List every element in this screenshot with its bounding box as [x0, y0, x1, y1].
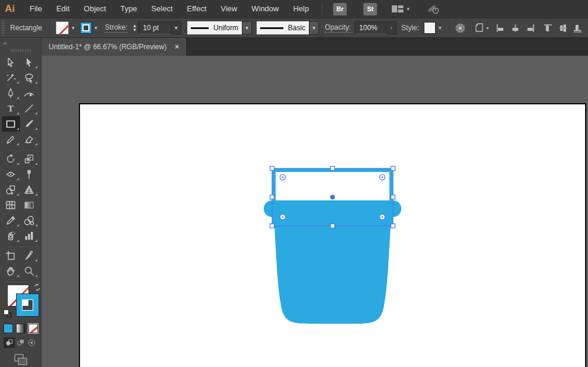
chevron-down-icon[interactable]: ▾ [69, 23, 78, 33]
tool-shaper-pencil[interactable] [2, 132, 20, 147]
app-logo: Ai [5, 3, 23, 15]
document-tab[interactable]: Untitled-1* @ 66.67% (RGB/Preview) × [41, 38, 187, 56]
bucket-artwork[interactable] [41, 56, 588, 367]
close-icon[interactable]: × [175, 43, 179, 51]
tool-magic-wand[interactable] [2, 70, 20, 85]
tool-eyedropper[interactable] [2, 213, 20, 228]
opacity-panel-link[interactable]: Opacity: [325, 23, 351, 33]
menu-window[interactable]: Window [244, 0, 286, 18]
divider [470, 21, 471, 35]
tool-puppet-warp[interactable] [20, 167, 39, 182]
default-fill-stroke-icon[interactable] [4, 309, 12, 318]
stroke-weight-field[interactable]: 10 pt [138, 21, 171, 34]
align-right-icon[interactable] [526, 24, 535, 33]
none-button[interactable] [28, 324, 38, 333]
handle-bottom-center [331, 224, 335, 228]
handle-top-right [391, 167, 395, 171]
tool-slice[interactable] [20, 248, 39, 263]
stroke-weight-dropdown[interactable]: ▾ [171, 21, 181, 34]
menu-view[interactable]: View [213, 0, 244, 18]
menu-help[interactable]: Help [286, 0, 316, 18]
opacity-field[interactable]: 100% [354, 21, 386, 34]
menu-file[interactable]: File [23, 0, 49, 18]
draw-behind-button[interactable] [15, 337, 26, 348]
gradient-button[interactable] [16, 324, 25, 333]
tool-type[interactable]: T [2, 101, 20, 116]
chevron-down-icon[interactable]: ▾ [242, 21, 252, 34]
tool-rectangle[interactable] [2, 116, 20, 132]
align-top-icon[interactable] [544, 24, 552, 33]
tool-shape-builder[interactable] [2, 182, 20, 197]
draw-normal-button[interactable] [4, 337, 15, 348]
canvas-area[interactable] [41, 56, 588, 367]
menu-effect[interactable]: Effect [180, 0, 213, 18]
tool-column-graph[interactable] [20, 228, 39, 244]
collapse-panel-icon[interactable]: « [0, 39, 41, 48]
gpu-performance-icon[interactable] [426, 4, 439, 14]
chevron-down-icon[interactable]: ▾ [92, 23, 101, 33]
tool-hand[interactable] [2, 263, 20, 279]
tool-rotate[interactable] [2, 151, 20, 167]
color-button[interactable] [4, 324, 13, 333]
handle-bottom-right [391, 224, 395, 228]
stroke-panel-link[interactable]: Stroke: [105, 23, 127, 33]
tools-panel: « T [0, 38, 41, 367]
tool-line-segment[interactable] [20, 101, 39, 116]
swap-fill-stroke-icon[interactable] [33, 283, 41, 292]
stock-button[interactable]: St [363, 3, 377, 15]
panel-grip[interactable] [2, 20, 5, 36]
opacity-dropdown[interactable]: › [386, 21, 397, 34]
align-to-selection-icon[interactable]: ▾ [475, 23, 489, 33]
stroke-weight-stepper[interactable]: ▲▼ [132, 24, 137, 32]
menu-object[interactable]: Object [76, 0, 113, 18]
divider [322, 4, 322, 14]
align-middle-icon[interactable] [558, 24, 567, 33]
document-title: Untitled-1* @ 66.67% (RGB/Preview) [49, 43, 167, 51]
recolor-artwork-icon[interactable] [455, 23, 466, 34]
align-left-icon[interactable] [496, 24, 505, 33]
tool-artboard[interactable] [2, 248, 20, 263]
tool-curvature[interactable] [20, 85, 39, 101]
menu-bar: Ai File Edit Object Type Select Effect V… [0, 0, 588, 18]
style-swatch-preview [424, 22, 436, 34]
tool-lasso[interactable] [20, 70, 39, 85]
divider [5, 245, 36, 246]
tool-direct-selection[interactable] [20, 55, 39, 70]
align-bottom-icon[interactable] [573, 24, 582, 33]
tool-symbol-sprayer[interactable] [2, 228, 20, 244]
handle-top-center [331, 167, 335, 171]
change-screen-mode-icon[interactable] [14, 354, 41, 367]
tool-paintbrush[interactable] [20, 116, 39, 132]
tool-eraser[interactable] [20, 132, 39, 147]
bridge-button[interactable]: Br [333, 3, 347, 15]
menu-edit[interactable]: Edit [49, 0, 76, 18]
tool-perspective-grid[interactable] [20, 182, 39, 197]
control-bar: Rectangle ▾ ▾ Stroke: ▲▼ 10 pt ▾ Uniform… [0, 18, 588, 38]
stroke-proxy-blue[interactable] [17, 294, 39, 316]
divider [450, 21, 450, 35]
workspace-switcher-icon[interactable]: ▾ [391, 4, 410, 14]
tool-scale[interactable] [20, 151, 39, 167]
panel-grip[interactable] [11, 49, 31, 52]
menu-type[interactable]: Type [113, 0, 144, 18]
chevron-down-icon[interactable]: ▾ [436, 23, 445, 33]
chevron-down-icon: ▾ [487, 25, 489, 31]
brush-dropdown[interactable]: Basic [257, 21, 309, 34]
style-swatch[interactable]: ▾ [424, 22, 445, 34]
chevron-down-icon[interactable]: ▾ [309, 21, 319, 34]
tool-selection[interactable] [2, 55, 20, 70]
tool-pen[interactable] [2, 85, 20, 101]
tool-width[interactable] [2, 167, 20, 182]
fill-swatch[interactable]: ▾ [56, 21, 78, 34]
menu-select[interactable]: Select [144, 0, 180, 18]
handle-bottom-left [270, 224, 274, 228]
tool-zoom[interactable] [20, 263, 39, 279]
tool-blend[interactable] [20, 213, 39, 228]
tool-mesh[interactable] [2, 197, 20, 213]
tool-gradient[interactable] [20, 197, 39, 213]
brush-preview [260, 27, 283, 29]
align-center-icon[interactable] [511, 24, 520, 33]
width-profile-dropdown[interactable]: Uniform [187, 21, 242, 34]
draw-inside-button[interactable] [26, 337, 37, 348]
stroke-swatch[interactable]: ▾ [80, 22, 101, 34]
